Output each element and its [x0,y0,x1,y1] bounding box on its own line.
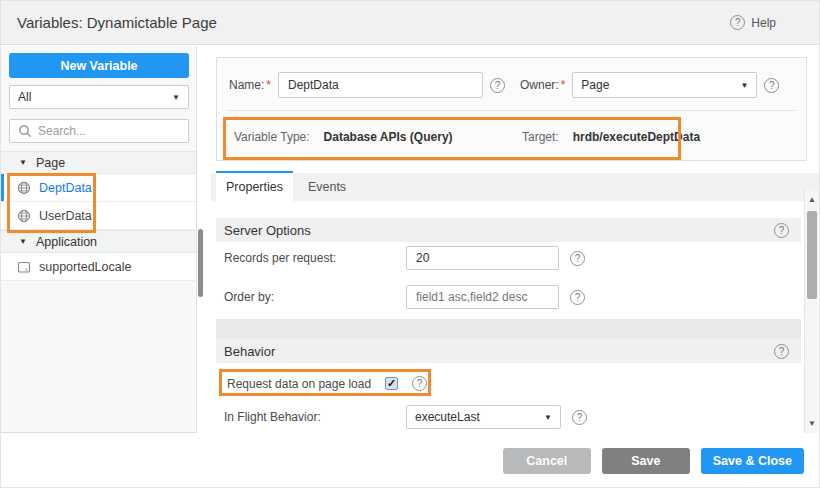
variable-icon: x [17,260,31,274]
tree-item-userdata[interactable]: UserData [1,202,196,230]
order-by-input[interactable] [406,285,559,309]
records-per-request-input[interactable] [406,246,559,270]
variable-type-label: Variable Type: [234,130,310,144]
tree-group-page[interactable]: ▼ Page [1,151,196,174]
help-icon: ? [730,15,745,30]
svg-text:x: x [25,265,28,271]
page-title: Variables: Dynamictable Page [17,14,217,31]
new-variable-button[interactable]: New Variable [9,53,189,78]
behavior-section: Behavior ? Request data on page load ✓ ?… [216,339,801,433]
chevron-down-icon: ▼ [172,93,180,102]
records-per-request-label: Records per request: [224,251,336,265]
tree-item-label: DeptData [39,181,92,195]
request-data-help-icon[interactable]: ? [412,376,427,391]
help-label: Help [751,16,776,30]
inflight-help-icon[interactable]: ? [572,410,587,425]
tree-group-label: Application [36,235,97,249]
chevron-down-icon: ▼ [544,413,552,422]
request-data-label: Request data on page load [227,377,371,391]
scroll-down-icon[interactable]: ▼ [805,417,819,429]
target-label: Target: [522,130,559,144]
owner-selected-value: Page [581,78,609,92]
save-close-button[interactable]: Save & Close [701,448,804,474]
save-button[interactable]: Save [602,448,690,474]
owner-select[interactable]: Page ▼ [572,72,757,98]
tree-group-application[interactable]: ▼ Application [1,230,196,253]
variable-search [9,119,189,143]
variable-summary-card: Name:* ? Owner:* Page ▼ ? Variable Type:… [216,57,807,161]
properties-panel: Server Options ? Records per request: ? … [216,201,801,433]
name-input[interactable] [278,72,483,98]
behavior-header: Behavior ? [216,339,801,363]
section-title: Server Options [224,223,311,238]
variable-type-value: Database APIs (Query) [324,130,453,144]
records-help-icon[interactable]: ? [570,251,585,266]
server-options-header: Server Options ? [216,218,801,242]
server-options-help-icon[interactable]: ? [774,223,789,238]
selected-indicator [1,174,4,201]
search-icon [18,124,32,138]
globe-icon [17,181,31,195]
variables-dialog: Variables: Dynamictable Page ? Help New … [0,0,820,488]
required-asterisk: * [266,78,271,92]
behavior-help-icon[interactable]: ? [774,344,789,359]
collapse-triangle-icon: ▼ [19,158,27,167]
inflight-behavior-label: In Flight Behavior: [224,410,321,424]
target-value: hrdb/executeDeptData [573,130,700,144]
variables-tree: ▼ Page DeptData [1,151,196,281]
dialog-header: Variables: Dynamictable Page ? Help [1,1,820,45]
order-by-label: Order by: [224,290,274,304]
help-button[interactable]: ? Help [730,15,776,30]
content-scrollbar-thumb[interactable] [807,211,817,299]
required-asterisk: * [561,78,566,92]
chevron-down-icon: ▼ [740,81,748,90]
owner-help-icon[interactable]: ? [764,78,779,93]
variables-sidebar: New Variable All ▼ ▼ Page [1,46,197,433]
tree-group-label: Page [36,156,65,170]
tab-properties[interactable]: Properties [216,171,293,201]
scroll-up-icon[interactable]: ▲ [805,193,819,205]
content-scrollbar: ▲ ▼ [804,189,818,433]
inflight-selected-value: executeLast [415,410,480,424]
server-options-section: Server Options ? Records per request: ? … [216,201,801,319]
owner-label: Owner:* [520,78,565,92]
name-label: Name:* [229,78,271,92]
inflight-behavior-select[interactable]: executeLast ▼ [406,405,561,429]
tab-events[interactable]: Events [293,171,361,201]
dialog-footer: Cancel Save Save & Close [1,433,820,488]
tree-item-deptdata[interactable]: DeptData [1,174,196,202]
tab-bar: Properties Events [211,173,820,201]
variable-filter-select[interactable]: All ▼ [9,85,189,109]
sidebar-scrollbar-thumb[interactable] [198,229,203,297]
search-input[interactable] [38,124,180,138]
globe-icon [17,209,31,223]
tree-item-supportedlocale[interactable]: x supportedLocale [1,253,196,281]
filter-selected-value: All [18,90,31,104]
section-title: Behavior [224,344,275,359]
orderby-help-icon[interactable]: ? [570,290,585,305]
request-data-checkbox[interactable]: ✓ [385,377,398,390]
cancel-button[interactable]: Cancel [503,448,591,474]
name-help-icon[interactable]: ? [490,78,505,93]
card-divider [227,110,796,111]
collapse-triangle-icon: ▼ [19,237,27,246]
tree-item-label: UserData [39,209,92,223]
tree-item-label: supportedLocale [39,260,131,274]
